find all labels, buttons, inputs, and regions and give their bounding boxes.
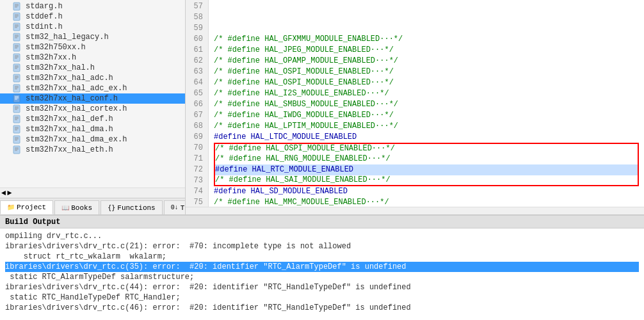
code-line[interactable]: /* #define HAL_MMC_MODULE_ENABLED···*/ [214,197,639,207]
code-line[interactable]: #define HAL_LTDC_MODULE_ENABLED [214,132,639,143]
code-text: #define HAL_SD_MODULE_ENABLED [214,186,348,197]
svg-rect-0 [13,3,20,10]
line-number: 69 [191,132,203,143]
file-icon [13,145,23,154]
line-number: 60 [191,34,203,45]
file-icon [13,53,23,62]
main-container: stdarg.h stddef.h stdint.h stm32_hal_leg… [0,0,644,320]
scroll-arrows: ◄ ► [0,189,13,198]
project-tab-icon: 📁 [7,204,15,211]
file-icon [13,43,23,52]
file-item[interactable]: stm32h7xx_hal_dma_ex.h [0,134,185,145]
code-line[interactable]: /* #define HAL_LPTIM_MODULE_ENABLED···*/ [214,121,639,132]
file-item[interactable]: stm32h7xx_hal_conf.h [0,93,185,104]
file-name: stm32h7xx.h [26,53,76,62]
line-numbers: 5758596061626364656667686970717273747576… [186,0,209,207]
line-number: 75 [191,197,203,207]
books-tab-icon: 📖 [61,204,69,212]
code-lines: /* #define HAL_GFXMMU_MODULE_ENABLED···*… [209,0,644,207]
file-icon [13,115,23,124]
file-item[interactable]: stdint.h [0,22,185,32]
file-name: stm32h7xx_hal_def.h [26,115,113,124]
svg-rect-44 [13,115,20,123]
code-line[interactable]: /* #define HAL_I2S_MODULE_ENABLED···*/ [214,88,639,99]
line-number: 71 [191,154,203,164]
code-text: /* #define HAL_OPAMP_MODULE_ENABLED···*/ [214,56,398,67]
line-number: 66 [191,99,203,110]
file-item[interactable]: stdarg.h [0,1,185,12]
code-panel: 5758596061626364656667686970717273747576… [186,0,644,214]
code-text: /* #define HAL_MMC_MODULE_ENABLED···*/ [214,197,389,207]
file-item[interactable]: stddef.h [0,12,185,22]
line-number: 73 [191,175,203,186]
file-item[interactable]: stm32h7xx_hal.h [0,63,185,73]
tab-templates[interactable]: 0↓Templates [164,200,186,214]
output-line: ibraries\drivers\drv_rtc.c(46): error: #… [5,303,639,313]
code-line[interactable]: #define HAL_SD_MODULE_ENABLED [214,186,639,197]
code-line[interactable]: /* #define HAL_OPAMP_MODULE_ENABLED···*/ [214,56,639,67]
file-icon [13,63,23,72]
code-line[interactable]: /* #define HAL_IWDG_MODULE_ENABLED···*/ [214,110,639,121]
tab-project[interactable]: 📁Project [0,200,53,214]
svg-rect-16 [13,44,20,51]
output-content[interactable]: ompiling drv_rtc.c...ibraries\drivers\dr… [0,228,644,320]
output-line: ibraries\drivers\drv_rtc.c(21): error: #… [5,241,639,252]
scroll-right-icon[interactable]: ► [7,189,12,198]
code-line[interactable]: /* #define HAL_OSPI_MODULE_ENABLED···*/ [214,143,639,154]
file-item[interactable]: stm32h7xx_hal_dma.h [0,124,185,134]
file-panel-scrollbar[interactable]: ◄ ► [0,188,185,198]
code-text: /* #define HAL_GFXMMU_MODULE_ENABLED···*… [214,34,403,45]
line-number: 62 [191,56,203,67]
file-item[interactable]: stm32h7xx.h [0,52,185,63]
file-item[interactable]: stm32h7xx_hal_def.h [0,114,185,124]
file-name: stm32h7xx_hal_dma.h [26,125,113,134]
line-number: 70 [191,143,203,154]
file-name: stdarg.h [26,2,63,11]
file-item[interactable]: stm32h750xx.h [0,42,185,52]
file-item[interactable]: stm32h7xx_hal_adc.h [0,73,185,83]
code-line[interactable]: /* #define HAL_JPEG_MODULE_ENABLED···*/ [214,45,639,56]
scroll-left-icon[interactable]: ◄ [1,189,6,198]
file-item[interactable]: stm32h7xx_hal_eth.h [0,145,185,155]
code-content: 5758596061626364656667686970717273747576… [186,0,644,207]
file-icon [13,94,23,103]
output-line: ibraries\drivers\drv_rtc.c(35): error: #… [5,262,639,272]
file-item[interactable]: stm32_hal_legacy.h [0,32,185,42]
file-name: stm32h7xx_hal_eth.h [26,145,113,154]
code-area-wrapper[interactable]: 5758596061626364656667686970717273747576… [186,0,644,207]
code-text: /* #define HAL_IWDG_MODULE_ENABLED···*/ [214,110,394,121]
code-line[interactable]: #define HAL_RTC_MODULE_ENABLED [214,164,639,175]
line-number: 64 [191,77,203,88]
output-line: static RTC_AlarmTypeDef salarmstructure; [5,272,639,282]
code-line[interactable]: /* #define HAL_GFXMMU_MODULE_ENABLED···*… [214,34,639,45]
code-line[interactable]: /* #define HAL_SMBUS_MODULE_ENABLED···*/ [214,99,639,110]
code-text: /* #define HAL_SAI_MODULE_ENABLED···*/ [215,175,390,186]
svg-rect-36 [13,95,20,102]
code-line[interactable]: /* #define HAL_SAI_MODULE_ENABLED···*/ [214,175,639,186]
output-panel-header: Build Output [0,216,644,228]
file-icon [13,12,23,21]
code-line[interactable]: /* #define HAL_RNG_MODULE_ENABLED···*/ [214,154,639,164]
output-line: ibraries\drivers\drv_rtc.c(44): error: #… [5,282,639,292]
tab-label: Books [71,204,92,212]
svg-rect-20 [13,54,20,61]
line-number: 67 [191,110,203,121]
file-list[interactable]: stdarg.h stddef.h stdint.h stm32_hal_leg… [0,0,185,188]
file-icon [13,2,23,11]
file-item[interactable]: stm32h7xx_hal_cortex.h [0,104,185,114]
file-name: stm32h7xx_hal_cortex.h [26,104,127,113]
file-icon [13,84,23,93]
output-line: struct rt_rtc_wkalarm wkalarm; [5,252,639,262]
file-name: stm32h7xx_hal.h [26,63,95,72]
code-line[interactable]: /* #define HAL_OSPI_MODULE_ENABLED···*/ [214,77,639,88]
file-item[interactable]: stm32h7xx_hal_adc_ex.h [0,83,185,93]
templates-tab-icon: 0↓ [171,204,179,211]
file-name: stm32h7xx_hal_adc.h [26,74,113,83]
tab-functions[interactable]: {}Functions [101,200,162,214]
svg-rect-52 [13,136,20,143]
tab-books[interactable]: 📖Books [54,200,99,214]
horizontal-scrollbar[interactable] [186,207,644,214]
code-text: /* #define HAL_JPEG_MODULE_ENABLED···*/ [214,45,394,56]
code-line[interactable]: /* #define HAL_OSPI_MODULE_ENABLED···*/ [214,67,639,77]
line-number: 58 [191,12,203,23]
